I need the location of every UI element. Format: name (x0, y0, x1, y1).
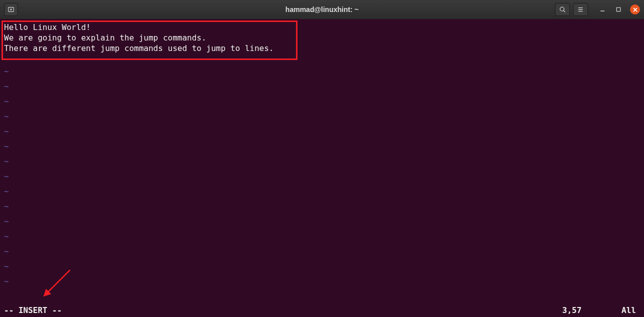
minimize-icon (600, 6, 606, 12)
maximize-icon (616, 7, 621, 12)
tilde-line: ~ (4, 184, 640, 199)
window-title: hammad@linuxhint: ~ (286, 6, 358, 14)
editor-line: There are different jump commands used t… (4, 43, 640, 54)
terminal-content[interactable]: Hello Linux World! We are going to expla… (0, 19, 644, 292)
tilde-line: ~ (4, 139, 640, 154)
search-button[interactable] (555, 3, 570, 16)
svg-rect-9 (616, 8, 620, 12)
tilde-line: ~ (4, 124, 640, 139)
cursor-position: 3,57 (562, 306, 582, 315)
search-icon (559, 6, 566, 13)
tilde-line: ~ (4, 154, 640, 169)
titlebar-right (555, 3, 640, 16)
new-tab-icon (8, 6, 14, 13)
minimize-button[interactable] (598, 5, 607, 14)
editor-line: Hello Linux World! (4, 22, 640, 32)
tilde-line: ~ (4, 214, 640, 229)
titlebar: hammad@linuxhint: ~ (0, 0, 644, 19)
hamburger-icon (577, 6, 584, 13)
tilde-line: ~ (4, 79, 640, 94)
editor-line: We are going to explain the jump command… (4, 32, 640, 43)
tilde-line: ~ (4, 259, 640, 274)
tilde-line: ~ (4, 244, 640, 259)
tilde-line: ~ (4, 229, 640, 244)
close-icon (633, 8, 638, 12)
empty-lines: ~ ~ ~ ~ ~ ~ ~ ~ ~ ~ ~ ~ ~ ~ ~ (4, 64, 640, 289)
maximize-button[interactable] (614, 5, 623, 14)
tilde-line: ~ (4, 199, 640, 214)
svg-line-4 (564, 10, 565, 12)
tilde-line: ~ (4, 94, 640, 109)
close-button[interactable] (630, 4, 640, 14)
tilde-line: ~ (4, 274, 640, 289)
svg-point-3 (560, 7, 564, 11)
view-percentage: All (622, 306, 636, 315)
tilde-line: ~ (4, 169, 640, 184)
menu-button[interactable] (573, 3, 588, 16)
vim-status-bar: -- INSERT -- 3,57 All (4, 306, 640, 315)
new-tab-button[interactable] (4, 3, 18, 16)
tilde-line: ~ (4, 109, 640, 124)
vim-mode: -- INSERT -- (4, 306, 62, 315)
titlebar-left (4, 3, 18, 16)
window-controls (598, 4, 640, 14)
tilde-line: ~ (4, 64, 640, 79)
